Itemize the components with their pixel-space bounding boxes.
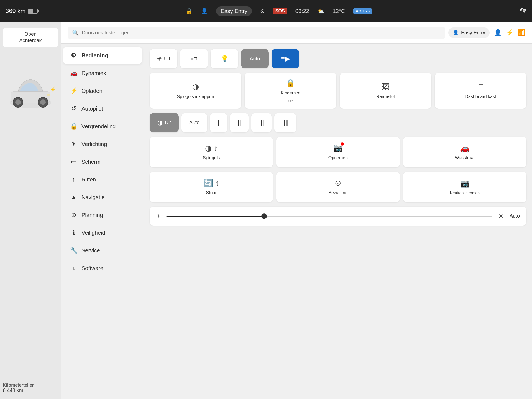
wiper-speed4-btn[interactable]: |||| bbox=[274, 113, 296, 132]
sidebar-item-label: Bediening bbox=[81, 52, 108, 59]
content-area: ⚙ Bediening 🚗 Dynamiek ⚡ Opladen ↺ Autop… bbox=[61, 44, 532, 399]
software-icon: ↓ bbox=[70, 265, 78, 272]
light-dimlicht-btn[interactable]: 💡 bbox=[211, 49, 238, 68]
verlichting-icon: ☀ bbox=[70, 140, 78, 148]
wiper-auto-btn[interactable]: Auto bbox=[181, 113, 207, 132]
navigatie-icon: ▲ bbox=[70, 194, 78, 201]
brightness-high-icon: ☀ bbox=[498, 212, 504, 220]
sidebar-item-software[interactable]: ↓ Software bbox=[63, 260, 142, 277]
svg-point-3 bbox=[15, 99, 21, 105]
svg-point-5 bbox=[40, 99, 46, 105]
neutraal-btn[interactable]: 📷 Neutraal stromen bbox=[403, 172, 526, 202]
spiegels-btn[interactable]: ◑ ↕ Spiegels bbox=[150, 137, 273, 167]
brightness-slider[interactable] bbox=[166, 216, 492, 217]
feature-grid: ◑ Spiegels inklappen 🔒 Kinderslot Uit 🖼 … bbox=[150, 73, 526, 109]
brightness-low-icon: ☀ bbox=[156, 213, 161, 219]
light-uit-btn[interactable]: ☀ Uit bbox=[150, 49, 177, 68]
sidebar-item-scherm[interactable]: ▭ Scherm bbox=[63, 153, 142, 170]
lock-icon: 🔒 bbox=[186, 8, 193, 14]
sidebar-item-opladen[interactable]: ⚡ Opladen bbox=[63, 82, 142, 99]
sidebar-item-label: Planning bbox=[81, 212, 103, 218]
bewaking-btn[interactable]: ⊙ Bewaking bbox=[276, 172, 400, 202]
sidebar-item-label: Verlichting bbox=[81, 141, 107, 147]
action-grid-2: 🔄 ↕ Stuur ⊙ Bewaking 📷 Neutraal stromen bbox=[150, 172, 526, 202]
bediening-icon: ⚙ bbox=[70, 52, 78, 59]
left-panel: Open Achterbak bbox=[0, 22, 61, 399]
car-image: ⚡ bbox=[6, 58, 55, 114]
brightness-auto-label: Auto bbox=[510, 213, 520, 219]
main-area: Open Achterbak bbox=[0, 22, 532, 399]
search-wrap: 🔍 bbox=[68, 27, 445, 39]
sidebar-item-label: Service bbox=[81, 247, 100, 254]
action-grid-1: ◑ ↕ Spiegels 📷 Opnemen 🚗 Wasstraat bbox=[150, 137, 526, 167]
bluetooth-icon: ⚡ bbox=[506, 29, 513, 36]
map-icon: 🗺 bbox=[520, 7, 526, 15]
km-counter-value: 6.448 km bbox=[3, 388, 58, 393]
dashboard-kast-btn[interactable]: 🖥 Dashboard kast bbox=[435, 73, 526, 109]
wiper-speed1-btn[interactable]: | bbox=[210, 113, 227, 132]
sidebar-item-navigatie[interactable]: ▲ Navigatie bbox=[63, 189, 142, 206]
sidebar-item-veiligheid[interactable]: ℹ Veiligheid bbox=[63, 224, 142, 241]
veiligheid-icon: ℹ bbox=[70, 229, 78, 236]
service-icon: 🔧 bbox=[70, 247, 78, 254]
light-auto-btn[interactable]: Auto bbox=[241, 49, 269, 68]
sidebar-item-label: Autopilot bbox=[81, 106, 103, 112]
sidebar-item-bediening[interactable]: ⚙ Bediening bbox=[63, 47, 142, 64]
planning-icon: ⊙ bbox=[70, 211, 78, 219]
sidebar-item-service[interactable]: 🔧 Service bbox=[63, 242, 142, 259]
light-groot-btn[interactable]: ≡▶ bbox=[272, 49, 299, 68]
wiper-uit-btn[interactable]: ◑ Uit bbox=[150, 113, 179, 132]
sidebar-item-verlichting[interactable]: ☀ Verlichting bbox=[63, 135, 142, 153]
stuur-btn[interactable]: 🔄 ↕ Stuur bbox=[150, 172, 273, 202]
status-bar: 369 km 🔒 👤 Easy Entry ⊙ SOS 08:22 ⛅ 12°C… bbox=[0, 0, 532, 22]
controls-area: ☀ Uit ≡⊐ 💡 Auto ≡▶ bbox=[144, 44, 532, 399]
search-right: 👤 Easy Entry 👤 ⚡ 📶 bbox=[448, 27, 525, 38]
opladen-icon: ⚡ bbox=[70, 87, 78, 94]
sidebar-item-label: Navigatie bbox=[81, 194, 104, 201]
search-bar: 🔍 👤 Easy Entry 👤 ⚡ 📶 bbox=[61, 22, 532, 44]
sidebar-item-label: Vergrendeling bbox=[81, 123, 116, 130]
settings-panel: 🔍 👤 Easy Entry 👤 ⚡ 📶 ⚙ Bediening bbox=[61, 22, 532, 399]
raamslot-btn[interactable]: 🖼 Raamslot bbox=[340, 73, 431, 109]
light-buttons-row: ☀ Uit ≡⊐ 💡 Auto ≡▶ bbox=[150, 49, 526, 68]
kinderslot-btn[interactable]: 🔒 Kinderslot Uit bbox=[245, 73, 336, 109]
wiper-speed2-btn[interactable]: || bbox=[230, 113, 249, 132]
sidebar-item-label: Veiligheid bbox=[81, 230, 105, 236]
sidebar-item-label: Scherm bbox=[81, 159, 101, 165]
sidebar-item-dynamiek[interactable]: 🚗 Dynamiek bbox=[63, 65, 142, 82]
svg-text:⚡: ⚡ bbox=[50, 86, 55, 93]
km-value: 369 km bbox=[6, 7, 25, 15]
wasstraat-btn[interactable]: 🚗 Wasstraat bbox=[403, 137, 526, 167]
open-trunk-button[interactable]: Open Achterbak bbox=[3, 28, 58, 47]
battery-icon bbox=[28, 9, 38, 14]
ritten-icon: ↕ bbox=[70, 176, 78, 183]
search-icon: 🔍 bbox=[72, 29, 79, 36]
brightness-thumb[interactable] bbox=[261, 213, 267, 219]
easy-entry-btn[interactable]: Easy Entry bbox=[216, 6, 252, 16]
profile-icon: 👤 bbox=[201, 8, 208, 14]
sidebar-item-planning[interactable]: ⊙ Planning bbox=[63, 206, 142, 224]
status-right: 🗺 bbox=[520, 7, 526, 15]
status-center: 🔒 👤 Easy Entry ⊙ SOS 08:22 ⛅ 12°C AGH 75 bbox=[44, 6, 513, 16]
search-input[interactable] bbox=[82, 30, 441, 36]
spiegels-inklappen-btn[interactable]: ◑ Spiegels inklappen bbox=[150, 73, 241, 109]
person-icon: 👤 bbox=[494, 29, 502, 36]
svg-rect-6 bbox=[47, 94, 50, 96]
vergrendeling-icon: 🔒 bbox=[70, 123, 78, 130]
temp-display: 12°C bbox=[333, 8, 345, 14]
sidebar-item-vergrendeling[interactable]: 🔒 Vergrendeling bbox=[63, 118, 142, 135]
car-svg: ⚡ bbox=[6, 58, 55, 114]
km-counter: Kilometerteller 6.448 km bbox=[3, 383, 58, 393]
circle-icon: ⊙ bbox=[260, 8, 265, 14]
wiper-row: ◑ Uit Auto | || ||| |||| bbox=[150, 113, 526, 132]
sidebar-item-autopilot[interactable]: ↺ Autopilot bbox=[63, 100, 142, 117]
sidebar-item-label: Opladen bbox=[81, 88, 103, 94]
wiper-speed3-btn[interactable]: ||| bbox=[251, 113, 272, 132]
opnemen-btn[interactable]: 📷 Opnemen bbox=[276, 137, 400, 167]
nav-menu: ⚙ Bediening 🚗 Dynamiek ⚡ Opladen ↺ Autop… bbox=[61, 44, 144, 399]
profile-button[interactable]: 👤 Easy Entry bbox=[448, 27, 490, 38]
km-display: 369 km bbox=[6, 7, 38, 15]
sos-badge: SOS bbox=[273, 8, 287, 14]
sidebar-item-ritten[interactable]: ↕ Ritten bbox=[63, 171, 142, 188]
light-dge-btn[interactable]: ≡⊐ bbox=[180, 49, 208, 68]
